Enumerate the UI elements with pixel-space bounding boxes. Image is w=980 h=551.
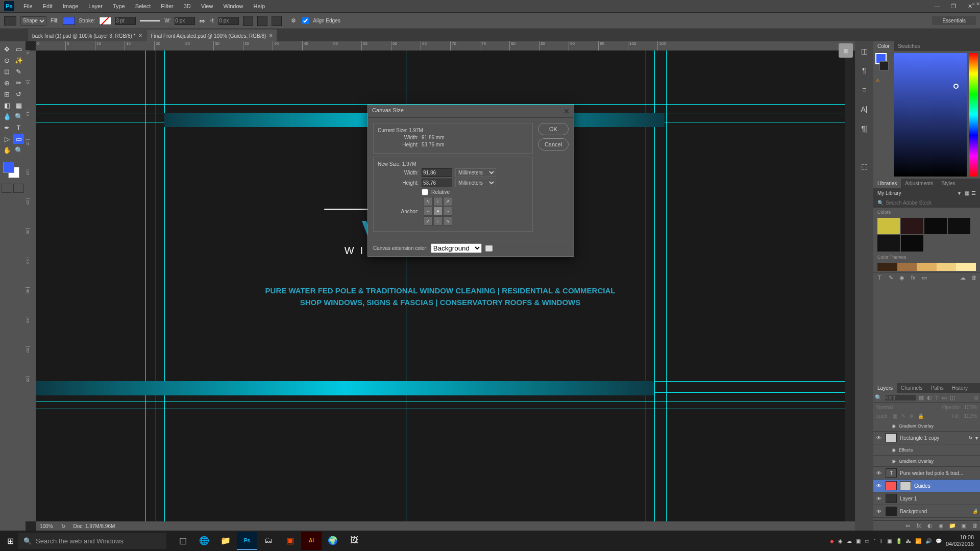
anchor-label: Anchor: [378,209,419,214]
new-width-input[interactable] [422,168,452,177]
anchor-nw[interactable]: ↖ [424,197,433,206]
wifi-icon[interactable]: 📶 [915,538,921,544]
search-icon: 🔍 [23,537,32,545]
current-size-label: Current Size: 1.97M [378,128,528,133]
tray-icon[interactable]: ▣ [887,538,892,544]
tray-icon[interactable]: ☁ [847,538,852,544]
anchor-s[interactable]: ↓ [433,216,443,226]
app-icon[interactable]: 🗂 [258,532,279,550]
extension-color-label: Canvas extension color: [373,245,428,251]
new-height-input[interactable] [422,179,452,187]
taskbar-clock[interactable]: 10:0804/02/2016 [946,534,974,547]
anchor-se[interactable]: ↘ [443,216,452,226]
current-width-value: 91.86 mm [422,135,444,140]
anchor-w[interactable]: ← [424,207,433,216]
height-units-select[interactable]: Millimeters [455,179,496,187]
dialog-title: Canvas Size [372,107,404,115]
relative-checkbox[interactable] [422,189,428,195]
notifications-icon[interactable]: 💬 [936,538,942,544]
cancel-button[interactable]: Cancel [538,138,569,151]
taskbar-search[interactable]: 🔍Search the web and Windows [18,533,166,549]
anchor-ne[interactable]: ↗ [443,197,452,206]
current-width-label: Width: [378,135,419,140]
relative-label: Relative [431,189,450,195]
dialog-overlay: Canvas Size✕ Current Size: 1.97M Width:9… [0,0,980,551]
current-height-value: 53.76 mm [422,142,444,147]
app-icon[interactable]: ▣ [280,532,300,550]
tray-icon[interactable]: ▭ [865,538,869,544]
width-units-select[interactable]: Millimeters [455,168,496,177]
new-height-label: Height: [378,180,419,186]
new-width-label: Width: [378,170,419,176]
battery-icon[interactable]: 🔋 [896,538,902,544]
current-height-label: Height: [378,142,419,147]
dialog-close-icon[interactable]: ✕ [564,107,570,115]
network-icon[interactable]: 🖧 [906,538,911,544]
extension-color-swatch[interactable] [485,245,493,252]
canvas-size-dialog: Canvas Size✕ Current Size: 1.97M Width:9… [368,105,574,257]
ok-button[interactable]: OK [538,123,569,135]
file-explorer-icon[interactable]: 📁 [215,532,236,550]
bluetooth-icon[interactable]: ᛒ [880,538,883,544]
photoshop-taskbar-icon[interactable]: Ps [237,532,257,550]
windows-taskbar: ⊞ 🔍Search the web and Windows ◫ 🌐 📁 Ps 🗂… [0,531,980,551]
new-size-label: New Size: 1.97M [378,161,528,167]
task-view-icon[interactable]: ◫ [173,532,193,550]
tray-expand-icon[interactable]: ˄ [873,538,876,544]
anchor-e[interactable]: → [443,207,452,216]
anchor-n[interactable]: ↑ [433,197,443,206]
anchor-center[interactable]: ● [433,207,443,216]
volume-icon[interactable]: 🔊 [925,538,932,544]
app-icon[interactable]: 🌍 [323,532,343,550]
tray-icon[interactable]: ▣ [856,538,861,544]
illustrator-icon[interactable]: Ai [301,532,322,550]
tray-icon[interactable]: ◉ [838,538,843,544]
app-icon[interactable]: 🖼 [344,532,364,550]
chrome-icon[interactable]: 🌐 [194,532,214,550]
start-button[interactable]: ⊞ [2,533,18,549]
extension-color-select[interactable]: Background [431,243,482,253]
anchor-grid: ↖↑↗ ←●→ ↙↓↘ [424,197,452,226]
anchor-sw[interactable]: ↙ [424,216,433,226]
tray-icon[interactable]: ◆ [830,538,834,544]
